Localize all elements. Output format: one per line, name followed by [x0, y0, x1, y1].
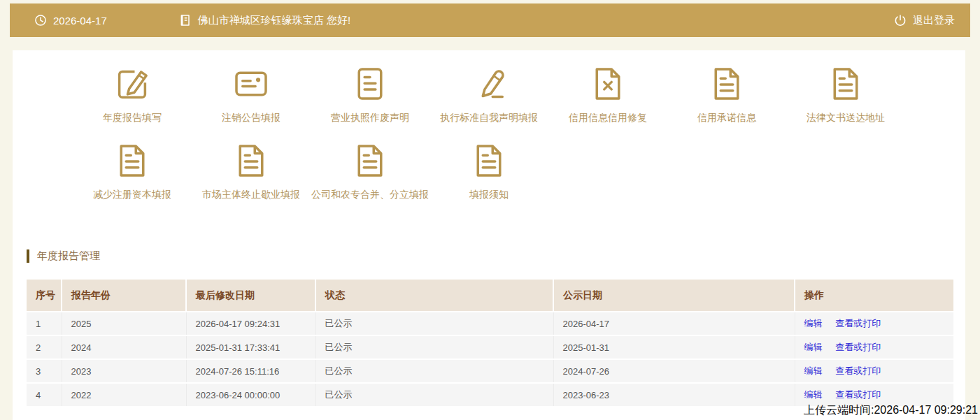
- view-or-print-link[interactable]: 查看或打印: [835, 318, 881, 328]
- doc-fold-lines-icon: [113, 141, 152, 180]
- pencil-underline-icon: [469, 64, 509, 103]
- table-row: 2 2024 2025-01-31 17:33:41 已公示 2025-01-3…: [27, 335, 953, 359]
- cell-status: 已公示: [315, 359, 553, 383]
- shortcut-执行标准自我声明填报[interactable]: 执行标准自我声明填报: [429, 64, 548, 124]
- company-greeting: 佛山市禅城区珍钰缘珠宝店 您好!: [198, 14, 350, 27]
- edit-link[interactable]: 编辑: [804, 318, 823, 328]
- doc-fold-lines-icon: [232, 141, 271, 180]
- shortcut-填报须知[interactable]: 填报须知: [429, 141, 548, 201]
- cell-report-year: 2025: [62, 312, 186, 335]
- edit-link[interactable]: 编辑: [804, 365, 823, 376]
- cell-publish-date: 2025-01-31: [553, 335, 795, 359]
- column-header: 最后修改日期: [186, 280, 315, 312]
- top-bar: 2026-04-17 佛山市禅城区珍钰缘珠宝店 您好! 退出登录: [10, 3, 970, 37]
- shortcut-label: 填报须知: [469, 189, 509, 201]
- cell-no: 2: [27, 335, 62, 359]
- cell-no: 3: [27, 359, 62, 383]
- cell-last-modified: 2025-01-31 17:33:41: [186, 335, 315, 359]
- shortcut-信用信息信用修复[interactable]: 信用信息信用修复: [548, 64, 667, 124]
- company-greeting-group: 佛山市禅城区珍钰缘珠宝店 您好!: [178, 13, 350, 27]
- shortcut-label: 法律文书送达地址: [807, 112, 885, 124]
- cell-status: 已公示: [315, 335, 553, 359]
- cell-publish-date: 2024-07-26: [553, 359, 795, 383]
- doc-fold-lines-icon: [469, 141, 509, 180]
- current-date-group: 2026-04-17: [34, 13, 107, 27]
- column-header: 状态: [315, 280, 553, 312]
- doc-fold-lines-icon: [350, 141, 390, 180]
- card-lines-icon: [232, 64, 271, 103]
- clock-icon: [34, 13, 48, 27]
- edit-link[interactable]: 编辑: [804, 389, 823, 400]
- shortcut-label: 营业执照作废声明: [331, 112, 409, 124]
- cell-publish-date: 2026-04-17: [553, 312, 795, 335]
- shortcut-注销公告填报[interactable]: 注销公告填报: [192, 64, 311, 124]
- annual-report-section-title: 年度报告管理: [27, 249, 100, 263]
- column-header: 操作: [795, 280, 953, 312]
- section-title-text: 年度报告管理: [37, 249, 100, 263]
- table-row: 1 2025 2026-04-17 09:24:31 已公示 2026-04-1…: [27, 312, 953, 335]
- cell-last-modified: 2026-04-17 09:24:31: [186, 312, 315, 335]
- cell-last-modified: 2024-07-26 15:11:16: [186, 359, 315, 383]
- doc-lines-icon: [350, 64, 390, 103]
- column-header: 报告年份: [62, 280, 186, 312]
- current-date: 2026-04-17: [53, 15, 107, 27]
- table-header-row: 序号报告年份最后修改日期状态公示日期操作: [27, 280, 953, 312]
- doc-fold-lines-icon: [826, 64, 865, 103]
- shortcut-label: 市场主体终止歇业填报: [202, 189, 300, 201]
- accent-bar: [27, 249, 29, 263]
- view-or-print-link[interactable]: 查看或打印: [835, 365, 881, 376]
- view-or-print-link[interactable]: 查看或打印: [835, 389, 881, 400]
- logout-button[interactable]: 退出登录: [893, 13, 955, 27]
- shortcut-row-2: 减少注册资本填报 市场主体终止歇业填报 公司和农专合并、分立填报 填报须知: [73, 141, 548, 201]
- cell-no: 4: [27, 383, 62, 407]
- edit-link[interactable]: 编辑: [804, 342, 823, 352]
- shortcut-营业执照作废声明[interactable]: 营业执照作废声明: [311, 64, 429, 124]
- cell-actions: 编辑 查看或打印: [795, 359, 953, 383]
- column-header: 公示日期: [553, 280, 795, 312]
- column-header: 序号: [27, 280, 62, 312]
- cell-report-year: 2022: [62, 383, 186, 407]
- shortcut-公司和农专合并、分立填报[interactable]: 公司和农专合并、分立填报: [311, 141, 429, 201]
- doc-x-icon: [588, 64, 627, 103]
- shortcut-法律文书送达地址[interactable]: 法律文书送达地址: [786, 64, 905, 124]
- table-body: 1 2025 2026-04-17 09:24:31 已公示 2026-04-1…: [27, 312, 953, 407]
- organization-icon: [178, 13, 192, 27]
- logout-label: 退出登录: [913, 14, 955, 27]
- shortcut-信用承诺信息[interactable]: 信用承诺信息: [667, 64, 786, 124]
- cell-report-year: 2023: [62, 359, 186, 383]
- cell-publish-date: 2023-06-23: [553, 383, 795, 407]
- annual-report-table: 序号报告年份最后修改日期状态公示日期操作 1 2025 2026-04-17 0…: [27, 280, 953, 407]
- shortcut-label: 信用承诺信息: [697, 112, 756, 124]
- cell-report-year: 2024: [62, 335, 186, 359]
- main-panel: 年度报告填写 注销公告填报 营业执照作废声明 执行标准自我声明填报 信用信息信用…: [13, 50, 965, 420]
- shortcut-减少注册资本填报[interactable]: 减少注册资本填报: [73, 141, 192, 201]
- doc-fold-lines-icon: [707, 64, 746, 103]
- shortcut-label: 公司和农专合并、分立填报: [311, 189, 429, 201]
- shortcut-年度报告填写[interactable]: 年度报告填写: [73, 64, 192, 124]
- cell-status: 已公示: [315, 312, 553, 335]
- cell-last-modified: 2023-06-24 00:00:00: [186, 383, 315, 407]
- shortcut-label: 年度报告填写: [103, 112, 162, 124]
- cell-actions: 编辑 查看或打印: [795, 312, 953, 335]
- cell-actions: 编辑 查看或打印: [795, 335, 953, 359]
- upload-cloud-time: 上传云端时间:2026-04-17 09:29:21: [804, 403, 978, 418]
- cell-status: 已公示: [315, 383, 553, 407]
- shortcut-label: 信用信息信用修复: [569, 112, 647, 124]
- edit-square-icon: [113, 64, 152, 103]
- table-row: 3 2023 2024-07-26 15:11:16 已公示 2024-07-2…: [27, 359, 953, 383]
- power-icon: [893, 13, 907, 27]
- cell-no: 1: [27, 312, 62, 335]
- shortcut-label: 执行标准自我声明填报: [440, 112, 538, 124]
- shortcut-市场主体终止歇业填报[interactable]: 市场主体终止歇业填报: [192, 141, 311, 201]
- shortcut-label: 注销公告填报: [222, 112, 280, 124]
- shortcut-row-1: 年度报告填写 注销公告填报 营业执照作废声明 执行标准自我声明填报 信用信息信用…: [73, 64, 905, 124]
- view-or-print-link[interactable]: 查看或打印: [835, 342, 881, 352]
- shortcut-label: 减少注册资本填报: [93, 189, 171, 201]
